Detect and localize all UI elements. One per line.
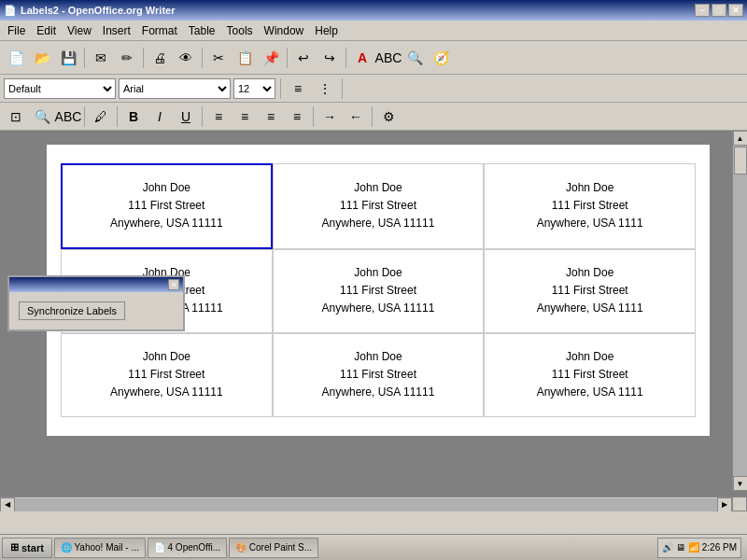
horizontal-scrollbar[interactable]: ◀ ▶ (0, 497, 732, 511)
label-street-2: 111 First Street (340, 197, 416, 215)
italic-button[interactable]: I (148, 105, 172, 129)
spellcheck2-button[interactable]: ABC (56, 105, 80, 129)
label-cell-8[interactable]: John Doe 111 First Street Anywhere, USA … (273, 333, 485, 417)
cut-button[interactable]: ✂ (206, 46, 231, 70)
font-color-button[interactable]: A (350, 46, 374, 70)
zoom-button[interactable]: 🔍 (30, 105, 54, 129)
email-button[interactable]: ✉ (89, 46, 113, 70)
scroll-track[interactable] (733, 146, 748, 476)
maximize-button[interactable]: □ (712, 4, 726, 17)
menu-insert[interactable]: Insert (97, 22, 136, 39)
undo-button[interactable]: ↩ (291, 46, 316, 70)
taskbar-item-1-label: 🌐 Yahoo! Mail - ... (61, 542, 139, 553)
new-button[interactable]: 📄 (4, 46, 28, 70)
start-icon: ⊞ (10, 541, 19, 553)
taskbar-item-2-label: 📄 4 OpenOffi... (154, 542, 220, 553)
label-city-7: Anywhere, USA 11111 (110, 384, 223, 401)
taskbar-item-3[interactable]: 🎨 Corel Paint S... (229, 538, 318, 558)
vertical-scrollbar[interactable]: ▲ ▼ (732, 131, 747, 491)
menu-file[interactable]: File (2, 22, 31, 39)
edit-button[interactable]: ✏ (115, 46, 139, 70)
label-street-6: 111 First Street (552, 282, 628, 300)
label-name-2: John Doe (354, 179, 402, 197)
bold-button[interactable]: B (121, 105, 146, 129)
save-button[interactable]: 💾 (56, 46, 80, 70)
sys-tray: 🔊 🖥 📶 2:26 PM (657, 538, 741, 558)
floating-panel-close-button[interactable]: ✕ (168, 279, 179, 290)
label-cell-7[interactable]: John Doe 111 First Street Anywhere, USA … (61, 333, 273, 417)
list-ordered-button[interactable]: ⋮ (313, 77, 337, 101)
toolbar-sep3 (202, 48, 203, 68)
align-right-button[interactable]: ≡ (259, 105, 283, 129)
clock: 2:26 PM (702, 542, 737, 553)
label-name-9: John Doe (566, 348, 613, 366)
underline-button[interactable]: U (174, 105, 198, 129)
tb2-sep1 (84, 106, 85, 127)
toolbar-sep4 (287, 48, 288, 68)
taskbar-item-1[interactable]: 🌐 Yahoo! Mail - ... (54, 538, 146, 558)
align-justify-button[interactable]: ≡ (285, 105, 309, 129)
synchronize-labels-button[interactable]: Synchronize Labels (19, 301, 125, 320)
align-center-button[interactable]: ≡ (233, 105, 257, 129)
scroll-thumb[interactable] (734, 147, 747, 175)
scroll-down-button[interactable]: ▼ (733, 476, 748, 491)
menu-view[interactable]: View (62, 22, 97, 39)
list-unordered-button[interactable]: ≡ (286, 77, 310, 101)
style-select[interactable]: Default (4, 78, 116, 99)
print-button[interactable]: 🖨 (148, 46, 172, 70)
page-break-button[interactable]: ⊡ (4, 105, 28, 129)
tb2-sep5 (372, 106, 373, 127)
label-cell-1[interactable]: John Doe 111 First Street Anywhere, USA … (61, 163, 273, 249)
label-street-1: 111 First Street (128, 197, 204, 215)
toolbar-sep2 (143, 48, 144, 68)
menu-edit[interactable]: Edit (31, 22, 62, 39)
label-city-2: Anywhere, USA 11111 (322, 215, 435, 232)
navigator-button[interactable]: 🧭 (429, 46, 453, 70)
main-toolbar: 📄 📂 💾 ✉ ✏ 🖨 👁 ✂ 📋 📌 ↩ ↪ A ABC 🔍 🧭 (0, 41, 747, 75)
minimize-button[interactable]: − (695, 4, 710, 17)
find-button[interactable]: 🔍 (402, 46, 427, 70)
scroll-up-button[interactable]: ▲ (733, 131, 748, 146)
window-title: Labels2 - OpenOffice.org Writer (21, 5, 175, 16)
label-name-1: John Doe (143, 179, 190, 197)
highlight-button[interactable]: 🖊 (89, 105, 113, 129)
taskbar-right: 🔊 🖥 📶 2:26 PM (657, 538, 745, 558)
label-cell-9[interactable]: John Doe 111 First Street Anywhere, USA … (484, 333, 696, 417)
text-format-toolbar: ⊡ 🔍 ABC 🖊 B I U ≡ ≡ ≡ ≡ → ← ⚙ (0, 103, 747, 131)
label-cell-5[interactable]: John Doe 111 First Street Anywhere, USA … (273, 249, 485, 333)
scroll-right-button[interactable]: ▶ (717, 497, 732, 512)
label-cell-6[interactable]: John Doe 111 First Street Anywhere, USA … (484, 249, 696, 333)
menu-table[interactable]: Table (183, 22, 221, 39)
label-cell-3[interactable]: John Doe 111 First Street Anywhere, USA … (484, 163, 696, 249)
settings-button[interactable]: ⚙ (376, 105, 401, 129)
label-street-5: 111 First Street (340, 282, 416, 300)
align-left-button[interactable]: ≡ (206, 105, 231, 129)
label-cell-2[interactable]: John Doe 111 First Street Anywhere, USA … (273, 163, 485, 249)
label-city-8: Anywhere, USA 11111 (322, 384, 435, 401)
scrollbar-corner (732, 497, 747, 511)
label-street-9: 111 First Street (552, 366, 628, 384)
spellcheck-button[interactable]: ABC (376, 46, 401, 70)
menu-help[interactable]: Help (309, 22, 344, 39)
size-select[interactable]: 12 (233, 78, 275, 99)
copy-button[interactable]: 📋 (233, 46, 257, 70)
preview-button[interactable]: 👁 (174, 46, 198, 70)
scroll-left-button[interactable]: ◀ (0, 497, 15, 512)
menu-format[interactable]: Format (136, 22, 183, 39)
font-select[interactable]: Arial (119, 78, 231, 99)
start-button[interactable]: ⊞ start (2, 538, 52, 558)
tb2-sep2 (117, 106, 118, 127)
menu-window[interactable]: Window (259, 22, 310, 39)
open-button[interactable]: 📂 (30, 46, 54, 70)
indent-less-button[interactable]: ← (344, 105, 368, 129)
paste-button[interactable]: 📌 (259, 46, 283, 70)
taskbar-item-2[interactable]: 📄 4 OpenOffi... (148, 538, 227, 558)
menu-tools[interactable]: Tools (221, 22, 259, 39)
menu-bar: File Edit View Insert Format Table Tools… (0, 21, 747, 41)
close-button[interactable]: ✕ (728, 4, 743, 17)
fmt-sep1 (280, 78, 281, 99)
indent-more-button[interactable]: → (317, 105, 342, 129)
horizontal-scroll-track[interactable] (15, 498, 717, 511)
redo-button[interactable]: ↪ (317, 46, 342, 70)
label-name-6: John Doe (566, 264, 613, 282)
